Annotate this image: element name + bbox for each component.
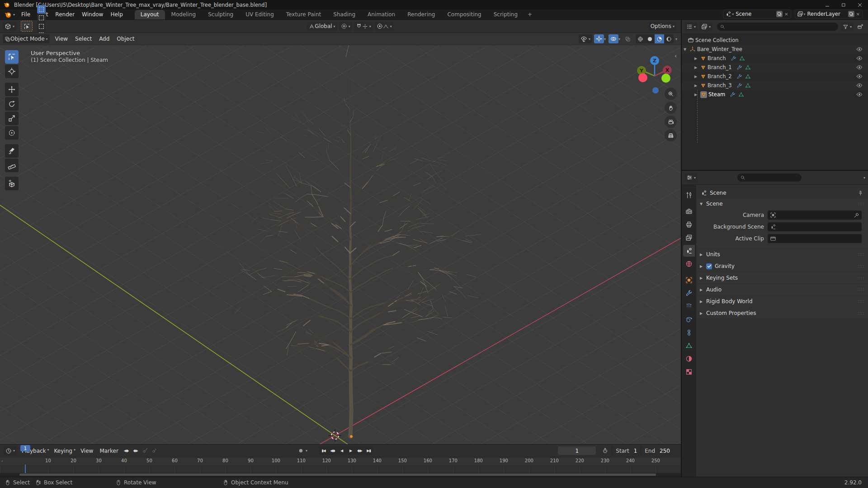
disclosure-closed-icon[interactable]: ▶ xyxy=(693,56,699,61)
editor-type-button[interactable]: ▾ xyxy=(3,22,16,31)
mesh-data-icon[interactable] xyxy=(738,92,744,98)
timeline-expand-arrow[interactable]: › xyxy=(1,459,3,463)
tab-compositing[interactable]: Compositing xyxy=(441,10,487,19)
play-reverse-button[interactable]: ◀ xyxy=(337,447,346,455)
panel-header[interactable]: ▶Gravity:::: xyxy=(696,261,868,272)
jump-to-start-button[interactable]: ▮◀ xyxy=(319,447,328,455)
mode-dropdown[interactable]: Object Mode▾ xyxy=(3,34,50,43)
checkbox-checked-icon[interactable] xyxy=(706,263,712,269)
tab-texture-paint[interactable]: Texture Paint xyxy=(280,10,327,19)
panel-header[interactable]: ▶Audio:::: xyxy=(696,284,868,295)
menu-help[interactable]: Help xyxy=(107,11,126,18)
tab-tool[interactable] xyxy=(683,189,695,201)
tool-move-button[interactable] xyxy=(5,83,19,96)
timeline-menu-keying[interactable]: Keying xyxy=(51,448,75,454)
panel-grip[interactable]: :::: xyxy=(858,202,864,206)
maximize-button[interactable] xyxy=(835,0,852,9)
use-preview-range-button[interactable] xyxy=(599,446,612,455)
tab-texture[interactable] xyxy=(683,366,695,378)
start-frame-field[interactable]: Start1 xyxy=(612,446,641,455)
shading-wireframe-button[interactable] xyxy=(636,34,645,43)
auto-keying-record-button[interactable] xyxy=(297,447,304,454)
modifier-icon[interactable] xyxy=(730,92,736,98)
render-layer-selector[interactable]: ▾ RenderLayer ✕ xyxy=(795,9,863,19)
select-mode-extend-button[interactable] xyxy=(37,14,46,22)
outliner-display-mode-button[interactable]: ▾ xyxy=(684,22,698,31)
eye-icon[interactable] xyxy=(856,91,863,98)
tab-scene[interactable] xyxy=(683,245,695,257)
outliner-label[interactable]: Steam xyxy=(708,91,725,98)
scrollbar-thumb[interactable] xyxy=(19,474,656,476)
mesh-data-icon[interactable] xyxy=(739,56,745,61)
outliner-label[interactable]: Branch_2 xyxy=(708,73,732,80)
prev-keyframe-button[interactable]: ◀◆ xyxy=(328,447,337,455)
pivot-point-dropdown[interactable]: ▾ xyxy=(339,22,352,31)
modifier-icon[interactable] xyxy=(731,56,736,61)
insert-keyframe-button[interactable] xyxy=(141,447,150,455)
select-mode-set-button[interactable] xyxy=(37,5,46,14)
eye-icon[interactable] xyxy=(856,46,863,52)
tab-uv-editing[interactable]: UV Editing xyxy=(240,10,280,19)
eye-icon[interactable] xyxy=(856,82,863,89)
timeline-ruler[interactable]: › 10203040506070809010011012013014015016… xyxy=(0,457,681,466)
outliner-filter-button[interactable]: ▾ xyxy=(841,22,854,31)
tool-rotate-button[interactable] xyxy=(5,97,19,111)
panel-header[interactable]: ▶Custom Properties:::: xyxy=(696,308,868,319)
eye-icon[interactable] xyxy=(856,64,863,70)
pin-icon[interactable] xyxy=(858,190,863,196)
delete-keyframe-button[interactable] xyxy=(150,447,159,455)
remove-layer-icon[interactable]: ✕ xyxy=(856,12,860,17)
options-dropdown[interactable]: Options▾ xyxy=(649,22,676,31)
outliner-row-scene-collection[interactable]: Scene Collection xyxy=(682,36,868,45)
disclosure-closed-icon[interactable]: ▶ xyxy=(700,300,706,304)
tab-particles[interactable] xyxy=(683,300,695,312)
camera-field[interactable] xyxy=(768,211,862,220)
outliner-label[interactable]: Branch_1 xyxy=(708,64,732,70)
outliner-label[interactable]: Branch xyxy=(708,55,726,61)
mesh-data-icon[interactable] xyxy=(745,65,751,70)
panel-header[interactable]: ▶Units:::: xyxy=(696,249,868,260)
timeline-scrollbar[interactable] xyxy=(0,473,681,477)
tool-transform-button[interactable] xyxy=(5,126,19,140)
tool-measure-button[interactable] xyxy=(5,159,19,172)
tree-object[interactable] xyxy=(0,45,681,444)
mesh-data-icon[interactable] xyxy=(745,83,751,89)
gizmo-y-axis[interactable] xyxy=(661,74,670,83)
outliner-filter-type-button[interactable]: ▾ xyxy=(699,22,712,31)
panel-grip[interactable]: :::: xyxy=(858,253,864,257)
overlays-toggle[interactable] xyxy=(609,34,618,43)
orthographic-toggle-button[interactable] xyxy=(665,129,677,141)
properties-search-input[interactable] xyxy=(737,174,802,182)
timeline-menu-view[interactable]: View xyxy=(77,448,96,454)
sidebar-collapse-arrow[interactable]: ‹ xyxy=(675,52,677,59)
panel-header[interactable]: ▶Rigid Body World:::: xyxy=(696,296,868,307)
camera-view-button[interactable] xyxy=(665,116,677,128)
timeline-editor-type-button[interactable]: ▾ xyxy=(4,446,17,455)
tab-rendering[interactable]: Rendering xyxy=(401,10,441,19)
jump-prev-keyframe-icon-button[interactable]: ◀◆ xyxy=(122,447,131,455)
disclosure-closed-icon[interactable]: ▶ xyxy=(693,93,699,97)
outliner-search-input[interactable] xyxy=(717,23,838,31)
disclosure-closed-icon[interactable]: ▶ xyxy=(700,276,706,280)
eye-icon[interactable] xyxy=(856,73,863,80)
zoom-button[interactable] xyxy=(665,88,677,100)
render-layer-name[interactable]: RenderLayer xyxy=(807,11,846,17)
active-clip-field[interactable] xyxy=(768,234,862,243)
scene-panel-header[interactable]: ▼ Scene :::: xyxy=(696,198,868,209)
tab-modifiers[interactable] xyxy=(683,287,695,299)
tab-layout[interactable]: Layout xyxy=(135,10,165,19)
proportional-editing-toggle[interactable]: ▾ xyxy=(375,22,394,31)
new-scene-button[interactable] xyxy=(776,11,783,17)
panel-grip[interactable]: :::: xyxy=(858,300,864,304)
panel-grip[interactable]: :::: xyxy=(858,311,864,315)
pan-button[interactable] xyxy=(665,102,677,114)
tab-constraints[interactable] xyxy=(683,327,695,338)
shading-solid-button[interactable] xyxy=(645,34,655,43)
eye-icon[interactable] xyxy=(856,55,863,61)
playhead[interactable]: 1 xyxy=(20,445,30,451)
eyedropper-icon[interactable] xyxy=(854,212,859,218)
tab-scripting[interactable]: Scripting xyxy=(488,10,524,19)
tool-add-cube-button[interactable] xyxy=(5,177,19,190)
object-origin-dot[interactable] xyxy=(350,435,353,438)
jump-to-end-button[interactable]: ▶▮ xyxy=(364,447,373,455)
